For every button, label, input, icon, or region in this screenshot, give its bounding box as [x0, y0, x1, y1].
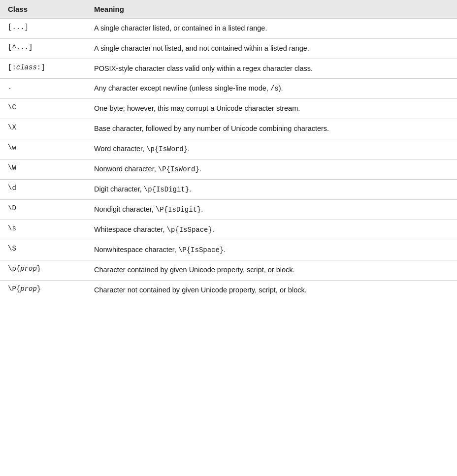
meaning-cell: Nondigit character, \P{IsDigit}.	[86, 199, 457, 220]
table-row: \XBase character, followed by any number…	[0, 119, 457, 139]
class-cell: [...]	[0, 19, 86, 39]
class-cell: \W	[0, 159, 86, 179]
header-class: Class	[0, 0, 86, 19]
meaning-cell: A single character not listed, and not c…	[86, 38, 457, 59]
table-row: \dDigit character, \p{IsDigit}.	[0, 179, 457, 199]
meaning-cell: Digit character, \p{IsDigit}.	[86, 179, 457, 199]
table-row: [:class:]POSIX-style character class val…	[0, 59, 457, 79]
table-row: \p{prop}Character contained by given Uni…	[0, 260, 457, 280]
table-row: [...]A single character listed, or conta…	[0, 19, 457, 39]
class-cell: \C	[0, 99, 86, 119]
table-row: \P{prop}Character not contained by given…	[0, 280, 457, 300]
meaning-cell: Word character, \p{IsWord}.	[86, 139, 457, 159]
table-row: .Any character except newline (unless si…	[0, 79, 457, 99]
class-cell: \S	[0, 240, 86, 260]
class-cell: [:class:]	[0, 59, 86, 79]
class-cell: \d	[0, 179, 86, 199]
class-cell: \s	[0, 220, 86, 240]
meaning-cell: Base character, followed by any number o…	[86, 119, 457, 139]
class-cell: \D	[0, 199, 86, 220]
meaning-cell: Whitespace character, \p{IsSpace}.	[86, 220, 457, 240]
class-cell: \P{prop}	[0, 280, 86, 300]
table-row: \WNonword character, \P{IsWord}.	[0, 159, 457, 179]
table-row: [^...]A single character not listed, and…	[0, 38, 457, 59]
class-cell: \p{prop}	[0, 260, 86, 280]
meaning-cell: Character contained by given Unicode pro…	[86, 260, 457, 280]
class-cell: \w	[0, 139, 86, 159]
class-cell: [^...]	[0, 38, 86, 59]
meaning-cell: Nonword character, \P{IsWord}.	[86, 159, 457, 179]
class-cell: \X	[0, 119, 86, 139]
table-row: \wWord character, \p{IsWord}.	[0, 139, 457, 159]
meaning-cell: Character not contained by given Unicode…	[86, 280, 457, 300]
meaning-cell: One byte; however, this may corrupt a Un…	[86, 99, 457, 119]
meaning-cell: Nonwhitespace character, \P{IsSpace}.	[86, 240, 457, 260]
character-class-table: Class Meaning [...]A single character li…	[0, 0, 457, 300]
table-row: \sWhitespace character, \p{IsSpace}.	[0, 220, 457, 240]
class-cell: .	[0, 79, 86, 99]
table-row: \SNonwhitespace character, \P{IsSpace}.	[0, 240, 457, 260]
meaning-cell: A single character listed, or contained …	[86, 19, 457, 39]
header-meaning: Meaning	[86, 0, 457, 19]
meaning-cell: POSIX-style character class valid only w…	[86, 59, 457, 79]
meaning-cell: Any character except newline (unless sin…	[86, 79, 457, 99]
table-row: \COne byte; however, this may corrupt a …	[0, 99, 457, 119]
table-row: \DNondigit character, \P{IsDigit}.	[0, 199, 457, 220]
